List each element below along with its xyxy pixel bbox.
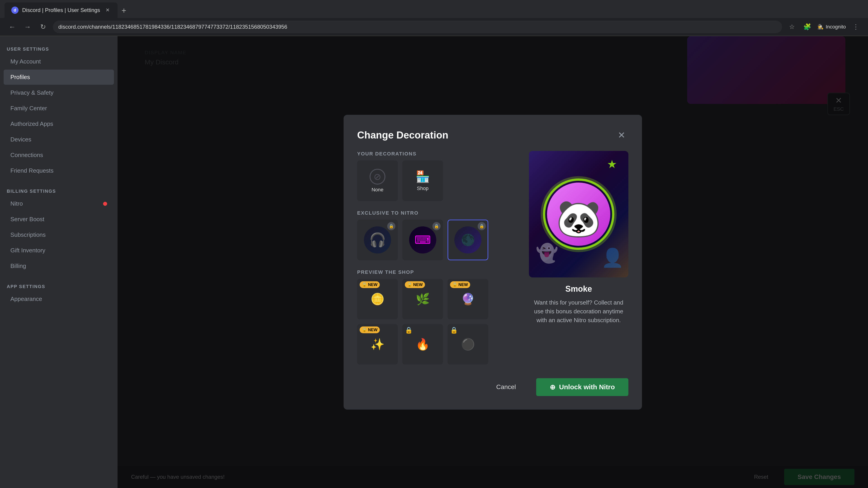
sidebar-item-authorized-apps[interactable]: Authorized Apps — [4, 116, 114, 131]
address-text: discord.com/channels/1182346851781984336… — [58, 24, 777, 30]
sidebar-label-billing: Billing — [10, 263, 26, 269]
cancel-btn[interactable]: Cancel — [483, 379, 529, 396]
menu-btn[interactable]: ⋮ — [850, 22, 861, 32]
exclusive-label: EXCLUSIVE TO NITRO — [357, 210, 515, 216]
modal-footer: Cancel ⊕ Unlock with Nitro — [357, 374, 628, 396]
new-tab-btn[interactable]: + — [118, 4, 130, 17]
incognito-label: Incognito — [826, 24, 846, 30]
refresh-btn[interactable]: ↻ — [37, 22, 49, 32]
preview-avatar-container: 🐼 — [547, 183, 610, 246]
sidebar-item-family-center[interactable]: Family Center — [4, 101, 114, 116]
incognito-icon: 🕵 — [817, 24, 824, 30]
sidebar-label-subscriptions: Subscriptions — [10, 231, 46, 238]
tab-close-btn[interactable]: ✕ — [104, 7, 111, 13]
new-badge-sparkle: 🔒 NEW — [360, 326, 380, 333]
page-background: DISPLAY NAME My Discord Careful — you ha… — [118, 36, 868, 488]
address-field[interactable]: discord.com/channels/1182346851781984336… — [53, 21, 782, 33]
back-btn[interactable]: ← — [7, 22, 18, 32]
shop-preview-grid: 🔒 NEW 🪙 🔒 NEW 🌿 🔒 NEW 🔮 — [357, 279, 515, 365]
shop-item-gold-coins[interactable]: 🔒 NEW 🪙 — [357, 279, 398, 320]
browser-actions: ☆ 🧩 🕵 Incognito ⋮ — [786, 22, 861, 32]
your-decorations-grid: ⊘ None 🏪 Shop — [357, 160, 515, 201]
sidebar-item-friend-requests[interactable]: Friend Requests — [4, 163, 114, 178]
sidebar-label-nitro: Nitro — [10, 200, 23, 207]
tab-bar: d Discord | Profiles | User Settings ✕ + — [0, 0, 868, 18]
shop-preview-section: PREVIEW THE SHOP 🔒 NEW 🪙 🔒 NEW 🌿 — [357, 269, 515, 365]
sidebar-item-connections[interactable]: Connections — [4, 148, 114, 163]
shop-icon: 🏪 — [416, 170, 430, 183]
sidebar-item-devices[interactable]: Devices — [4, 132, 114, 147]
preview-ghost-right: 👤 — [601, 247, 624, 268]
preview-star-icon: ★ — [607, 158, 617, 171]
snowglobe-icon: 🔮 — [457, 288, 479, 311]
billing-settings-label: BILLING SETTINGS — [0, 185, 118, 196]
sidebar-item-billing[interactable]: Billing — [4, 258, 114, 273]
sidebar-item-appearance[interactable]: Appearance — [4, 291, 114, 306]
sidebar-label-devices: Devices — [10, 136, 31, 143]
extension-btn[interactable]: 🧩 — [802, 22, 813, 32]
modal-backdrop: Change Decoration ✕ YOUR DECORATIONS ⊘ — [118, 36, 868, 488]
sidebar-label-my-account: My Account — [10, 58, 41, 65]
nitro-unlock-icon: ⊕ — [550, 383, 555, 391]
main-content: USER SETTINGS My Account Profiles Privac… — [0, 36, 868, 488]
nitro-decorations-grid: 🔒 🎧 🔒 ⌨ — [357, 220, 515, 260]
none-icon: ⊘ — [370, 169, 385, 185]
sidebar-label-friend-requests: Friend Requests — [10, 167, 54, 174]
sidebar-item-gift-inventory[interactable]: Gift Inventory — [4, 243, 114, 258]
user-settings-label: USER SETTINGS — [0, 43, 118, 54]
shop-item-fire[interactable]: 🔒 🔥 — [402, 324, 443, 365]
shop-label: Shop — [417, 186, 428, 191]
your-decorations-section: YOUR DECORATIONS ⊘ None 🏪 Shop — [357, 151, 515, 201]
new-badge-leaves: 🔒 NEW — [405, 281, 425, 288]
decoration-smoke[interactable]: 🔒 🌑 — [447, 220, 488, 260]
sidebar-item-my-account[interactable]: My Account — [4, 54, 114, 69]
shop-item-leaves[interactable]: 🔒 NEW 🌿 — [402, 279, 443, 320]
unlock-with-nitro-btn[interactable]: ⊕ Unlock with Nitro — [536, 378, 628, 396]
sidebar: USER SETTINGS My Account Profiles Privac… — [0, 36, 118, 488]
decorations-panel: YOUR DECORATIONS ⊘ None 🏪 Shop — [357, 151, 515, 365]
preview-panel: ★ 👻 👤 🐼 — [529, 151, 628, 365]
cyber-avatar: ⌨ — [409, 226, 436, 254]
sidebar-label-server-boost: Server Boost — [10, 216, 44, 223]
decoration-shop[interactable]: 🏪 Shop — [402, 160, 443, 201]
unlock-label: Unlock with Nitro — [559, 383, 615, 391]
decoration-headphones[interactable]: 🔒 🎧 — [357, 220, 398, 260]
smoke-decoration-ring — [543, 178, 614, 250]
sidebar-item-subscriptions[interactable]: Subscriptions — [4, 227, 114, 242]
sidebar-label-privacy: Privacy & Safety — [10, 89, 54, 96]
gold-coins-icon: 🪙 — [366, 288, 389, 311]
bookmark-btn[interactable]: ☆ — [786, 22, 798, 32]
new-badge-gold: 🔒 NEW — [360, 281, 380, 288]
none-label: None — [372, 187, 383, 193]
leaves-icon: 🌿 — [411, 288, 434, 311]
sidebar-item-profiles[interactable]: Profiles — [4, 70, 114, 85]
modal-body: YOUR DECORATIONS ⊘ None 🏪 Shop — [357, 151, 628, 365]
headphones-avatar: 🎧 — [364, 226, 391, 254]
your-decorations-label: YOUR DECORATIONS — [357, 151, 515, 157]
change-decoration-modal: Change Decoration ✕ YOUR DECORATIONS ⊘ — [344, 115, 642, 410]
sidebar-label-connections: Connections — [10, 152, 43, 159]
sidebar-item-privacy-safety[interactable]: Privacy & Safety — [4, 85, 114, 100]
sidebar-item-nitro[interactable]: Nitro — [4, 196, 114, 211]
incognito-btn[interactable]: 🕵 Incognito — [817, 24, 846, 30]
shop-item-snowglobe[interactable]: 🔒 NEW 🔮 — [447, 279, 488, 320]
forward-btn[interactable]: → — [22, 22, 33, 32]
sidebar-label-appearance: Appearance — [10, 295, 42, 302]
sidebar-item-server-boost[interactable]: Server Boost — [4, 212, 114, 227]
nitro-badge-cyber: 🔒 — [432, 222, 440, 230]
shop-item-sparkle[interactable]: 🔒 NEW ✨ — [357, 324, 398, 365]
browser-tab[interactable]: d Discord | Profiles | User Settings ✕ — [4, 2, 118, 18]
preview-ghost-left: 👻 — [536, 242, 558, 264]
decoration-none[interactable]: ⊘ None — [357, 160, 398, 201]
tab-favicon: d — [11, 6, 19, 14]
browser-chrome: d Discord | Profiles | User Settings ✕ +… — [0, 0, 868, 36]
new-badge-snowglobe: 🔒 NEW — [450, 281, 470, 288]
shop-item-orb[interactable]: 🔒 ⚫ — [447, 324, 488, 365]
decoration-cyber[interactable]: 🔒 ⌨ — [402, 220, 443, 260]
lock-badge-orb: 🔒 — [450, 326, 458, 334]
nitro-badge — [103, 202, 107, 206]
modal-close-btn[interactable]: ✕ — [615, 128, 628, 142]
sidebar-label-family: Family Center — [10, 105, 47, 112]
orb-icon: ⚫ — [457, 333, 479, 356]
nitro-badge-smoke: 🔒 — [477, 222, 486, 230]
